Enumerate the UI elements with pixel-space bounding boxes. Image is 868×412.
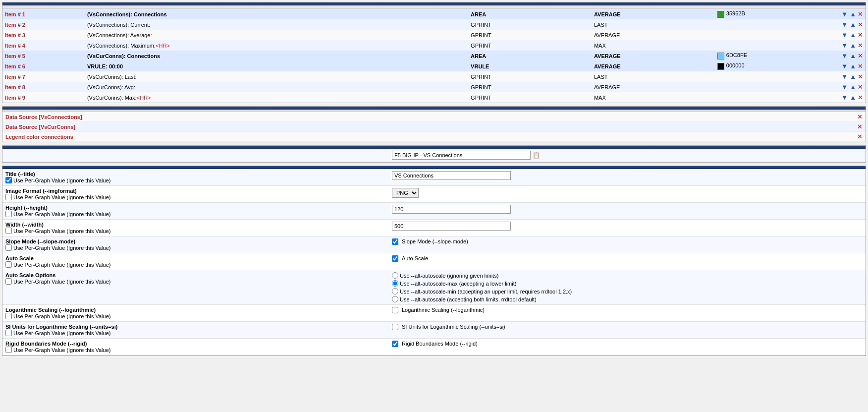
item-link-item6[interactable]: Item # 6 — [5, 63, 25, 69]
move-down-icon-item4[interactable]: ▼ — [841, 41, 848, 50]
item-link-item2[interactable]: Item # 2 — [5, 22, 25, 28]
per-graph-checkbox-title[interactable] — [5, 177, 12, 183]
delete-input-icon-input3[interactable]: ✕ — [857, 133, 863, 140]
delete-input-icon-input2[interactable]: ✕ — [857, 123, 863, 130]
graph-item-inputs-section: Data Source [VsConnections]✕Data Source … — [2, 106, 866, 142]
radio-autoScaleOptions-1[interactable] — [392, 280, 398, 287]
field-checkbox-row-slopeMode: Use Per-Graph Value (Ignore this Value) — [5, 244, 392, 251]
move-down-icon-item8[interactable]: ▼ — [841, 83, 848, 91]
value-label-autoScale: Auto Scale — [402, 255, 428, 261]
cf-type-item4: MAX — [592, 40, 715, 51]
per-graph-checkbox-rigidBoundaries[interactable] — [5, 347, 12, 353]
move-up-icon-item2[interactable]: ▲ — [849, 20, 857, 29]
delete-icon-item6[interactable]: ✕ — [858, 62, 863, 70]
value-checkbox-autoScale[interactable] — [392, 255, 398, 262]
input-link-input2[interactable]: Data Source [VsCurConns] — [5, 124, 75, 130]
per-graph-label-width: Use Per-Graph Value (Ignore this Value) — [13, 228, 110, 234]
graph-item-label-item1[interactable]: Item # 1 — [2, 9, 85, 20]
graph-item-label-item6[interactable]: Item # 6 — [2, 61, 85, 71]
value-checkbox-logScaling[interactable] — [392, 307, 398, 313]
radio-label-autoScaleOptions-0: Use --alt-autoscale (ignoring given limi… — [400, 273, 498, 279]
per-graph-checkbox-imageFormat[interactable] — [5, 194, 12, 200]
delete-input-icon-input1[interactable]: ✕ — [857, 113, 863, 120]
field-value-height — [392, 205, 863, 214]
input-link-input3[interactable]: Legend color connections — [5, 134, 73, 140]
move-down-icon-item9[interactable]: ▼ — [841, 93, 848, 102]
input-text-width[interactable] — [392, 222, 511, 231]
delete-icon-item4[interactable]: ✕ — [858, 42, 863, 49]
graph-template-items-section: Item # 1(VsConnections): ConnectionsAREA… — [2, 2, 866, 103]
graph-items-table: Item # 1(VsConnections): ConnectionsAREA… — [2, 5, 866, 103]
value-checkbox-rigidBoundaries[interactable] — [392, 341, 398, 347]
move-up-icon-item6[interactable]: ▲ — [849, 62, 857, 70]
move-down-icon-item7[interactable]: ▼ — [841, 72, 848, 81]
color-swatch-item6[interactable] — [717, 63, 724, 70]
per-graph-checkbox-slopeMode[interactable] — [5, 244, 12, 251]
template-field-row-autoScale: Auto ScaleUse Per-Graph Value (Ignore th… — [2, 253, 866, 270]
delete-icon-item7[interactable]: ✕ — [858, 73, 863, 80]
delete-icon-item9[interactable]: ✕ — [858, 94, 863, 101]
graph-item-label-item4[interactable]: Item # 4 — [2, 40, 85, 51]
move-down-icon-item2[interactable]: ▼ — [841, 20, 848, 29]
graph-item-label-item5[interactable]: Item # 5 — [2, 51, 85, 61]
item-link-item9[interactable]: Item # 9 — [5, 95, 25, 101]
item-link-item1[interactable]: Item # 1 — [5, 11, 25, 17]
delete-icon-item8[interactable]: ✕ — [858, 83, 863, 91]
move-up-icon-item7[interactable]: ▲ — [849, 72, 857, 81]
radio-autoScaleOptions-3[interactable] — [392, 296, 398, 302]
graph-item-label-item2[interactable]: Item # 2 — [2, 19, 85, 30]
cf-type-item2: LAST — [592, 19, 715, 30]
template-name-input[interactable] — [392, 151, 531, 160]
move-up-icon-item8[interactable]: ▲ — [849, 83, 857, 91]
item-link-item5[interactable]: Item # 5 — [5, 53, 25, 59]
field-name-rigidBoundaries: Rigid Boundaries Mode (--rigid) — [5, 341, 392, 347]
per-graph-checkbox-autoScaleOptions[interactable] — [5, 278, 12, 285]
move-down-icon-item5[interactable]: ▼ — [841, 52, 848, 60]
input-link-input1[interactable]: Data Source [VsConnections] — [5, 114, 82, 120]
color-swatch-item5[interactable] — [717, 53, 724, 59]
graph-item-label-item3[interactable]: Item # 3 — [2, 30, 85, 40]
input-row-input3: Legend color connections✕ — [2, 132, 866, 142]
per-graph-checkbox-autoScale[interactable] — [5, 261, 12, 268]
graph-item-label-item9[interactable]: Item # 9 — [2, 92, 85, 103]
value-checkbox-slopeMode[interactable] — [392, 238, 398, 245]
move-down-icon-item1[interactable]: ▼ — [841, 10, 848, 18]
item-link-item7[interactable]: Item # 7 — [5, 74, 25, 80]
per-graph-checkbox-height[interactable] — [5, 211, 12, 217]
field-name-width: Width (--width) — [5, 222, 392, 228]
move-up-icon-item3[interactable]: ▲ — [849, 31, 857, 39]
graph-item-label-item8[interactable]: Item # 8 — [2, 82, 85, 92]
template-name-calendar-icon[interactable]: 📋 — [533, 152, 540, 159]
delete-icon-item1[interactable]: ✕ — [858, 10, 863, 18]
item-color-item3 — [715, 30, 824, 40]
field-label-siUnits: SI Units for Logarithmic Scaling (--unit… — [5, 324, 392, 336]
item-link-item3[interactable]: Item # 3 — [5, 32, 25, 38]
move-up-icon-item9[interactable]: ▲ — [849, 93, 857, 102]
item-link-item8[interactable]: Item # 8 — [5, 84, 25, 90]
cf-type-item7: LAST — [592, 71, 715, 82]
move-down-icon-item3[interactable]: ▼ — [841, 31, 848, 39]
item-link-item4[interactable]: Item # 4 — [5, 43, 25, 49]
color-swatch-item1[interactable] — [717, 11, 724, 18]
move-up-icon-item4[interactable]: ▲ — [849, 41, 857, 50]
radio-autoScaleOptions-2[interactable] — [392, 288, 398, 294]
move-up-icon-item1[interactable]: ▲ — [849, 10, 857, 18]
graph-item-label-item7[interactable]: Item # 7 — [2, 71, 85, 82]
delete-icon-item2[interactable]: ✕ — [858, 21, 863, 28]
move-up-icon-item5[interactable]: ▲ — [849, 52, 857, 60]
input-text-title[interactable] — [392, 171, 511, 180]
value-checkbox-siUnits[interactable] — [392, 324, 398, 330]
per-graph-checkbox-logScaling[interactable] — [5, 313, 12, 319]
radio-label-autoScaleOptions-1: Use --alt-autoscale-max (accepting a low… — [400, 281, 516, 287]
move-down-icon-item6[interactable]: ▼ — [841, 62, 848, 70]
actions-item3: ▼▲✕ — [824, 30, 866, 40]
item-color-item7 — [715, 71, 824, 82]
select-imageFormat[interactable]: PNGSVGEPS — [392, 188, 419, 198]
delete-icon-item5[interactable]: ✕ — [858, 52, 863, 59]
per-graph-checkbox-width[interactable] — [5, 228, 12, 234]
per-graph-checkbox-siUnits[interactable] — [5, 330, 12, 336]
delete-icon-item3[interactable]: ✕ — [858, 31, 863, 39]
radio-autoScaleOptions-0[interactable] — [392, 272, 398, 279]
data-source-item6: VRULE: 00:00 — [85, 61, 468, 71]
input-text-height[interactable] — [392, 205, 511, 214]
